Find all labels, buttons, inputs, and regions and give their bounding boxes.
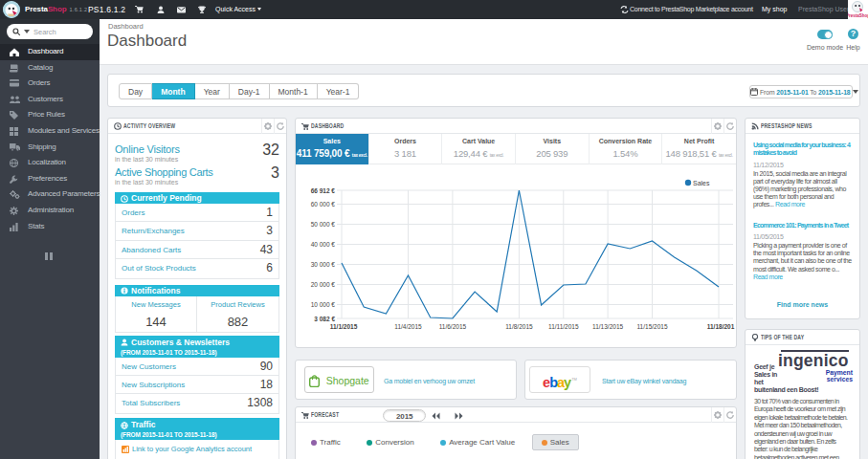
svg-text:11/11/2015: 11/11/2015 bbox=[548, 323, 579, 330]
svg-text:20 000 €: 20 000 € bbox=[311, 281, 336, 288]
svg-text:66 912 €: 66 912 € bbox=[311, 187, 336, 194]
svg-text:11/13/2015: 11/13/2015 bbox=[592, 323, 623, 330]
svg-text:11/18/201: 11/18/201 bbox=[707, 323, 735, 330]
svg-text:3 082 €: 3 082 € bbox=[314, 316, 335, 322]
svg-text:10 000 €: 10 000 € bbox=[311, 301, 336, 308]
svg-text:30 000 €: 30 000 € bbox=[311, 261, 336, 268]
svg-text:60 000 €: 60 000 € bbox=[311, 201, 336, 208]
svg-text:PrestaShop: PrestaShop bbox=[848, 13, 868, 18]
svg-text:11/15/2015: 11/15/2015 bbox=[636, 323, 667, 330]
svg-text:11/4/2015: 11/4/2015 bbox=[394, 323, 422, 330]
svg-text:11/6/2015: 11/6/2015 bbox=[439, 323, 467, 330]
svg-text:40 000 €: 40 000 € bbox=[311, 241, 336, 248]
svg-text:11/1/2015: 11/1/2015 bbox=[330, 323, 358, 330]
svg-text:11/8/2015: 11/8/2015 bbox=[505, 323, 533, 330]
svg-text:50 000 €: 50 000 € bbox=[311, 221, 336, 228]
svg-text:Sales: Sales bbox=[693, 180, 710, 186]
